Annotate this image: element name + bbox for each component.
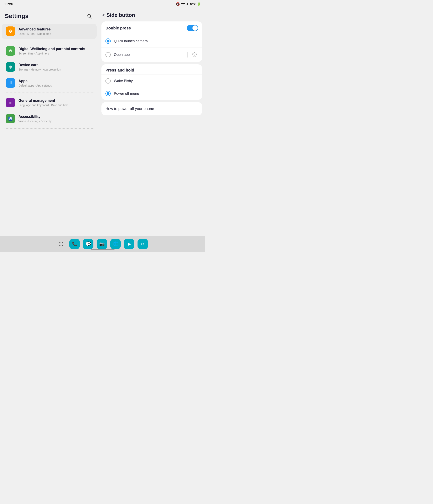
nav-youtube-app[interactable]: ▶ [124, 239, 134, 249]
accessibility-icon: ♿ [6, 114, 15, 123]
svg-point-8 [62, 243, 63, 244]
double-press-toggle[interactable] [187, 25, 198, 31]
general-management-subtitle: Language and keyboard · Date and time [18, 104, 69, 107]
svg-point-10 [61, 245, 61, 246]
svg-point-4 [61, 242, 61, 243]
device-care-icon: ◎ [6, 62, 15, 72]
battery-text: 83% [190, 2, 196, 6]
nav-grid-button[interactable] [57, 240, 64, 248]
side-button-panel: < Side button Double press Quick launch … [98, 8, 205, 236]
svg-point-7 [61, 243, 61, 244]
toggle-knob [193, 26, 198, 31]
open-app-label: Open app [114, 53, 186, 57]
side-button-title: Side button [106, 12, 135, 18]
open-app-gear-button[interactable] [191, 51, 198, 58]
nav-phone-app[interactable]: 📞 [69, 239, 80, 249]
general-management-title: General management [18, 98, 69, 103]
quick-launch-camera-radio[interactable] [105, 38, 111, 44]
radio-inner-2 [107, 92, 110, 95]
press-and-hold-label: Press and hold [105, 68, 134, 72]
settings-header: Settings [0, 8, 98, 23]
svg-point-11 [62, 245, 63, 246]
settings-item-advanced-features[interactable]: ⚙ Advanced features Labs · S Pen · Side … [2, 24, 97, 39]
double-press-label: Double press [105, 26, 187, 30]
accessibility-subtitle: Vision · Hearing · Dexterity [18, 120, 52, 123]
nav-browser-app[interactable]: 🌐 [110, 239, 121, 249]
side-button-header: < Side button [101, 10, 202, 21]
apps-title: Apps [18, 79, 52, 83]
settings-item-digital-wellbeing[interactable]: ♾ Digital Wellbeing and parental control… [2, 43, 97, 58]
power-off-menu-row[interactable]: Power off menu [101, 87, 202, 100]
wake-bixby-radio[interactable] [105, 78, 111, 83]
press-and-hold-section: Press and hold [101, 64, 202, 74]
settings-item-general-management[interactable]: ≡ General management Language and keyboa… [2, 95, 97, 110]
quick-launch-camera-row[interactable]: Quick launch camera [101, 35, 202, 47]
svg-point-9 [59, 245, 60, 246]
settings-item-device-care[interactable]: ◎ Device care Storage · Memory · App pro… [2, 59, 97, 74]
svg-point-3 [59, 242, 60, 243]
main-content: Settings ⚙ Advanced features Labs · S Pe… [0, 8, 205, 236]
settings-item-accessibility[interactable]: ♿ Accessibility Vision · Hearing · Dexte… [2, 111, 97, 126]
back-button[interactable]: < [102, 13, 105, 18]
wake-bixby-row[interactable]: Wake Bixby [101, 74, 202, 87]
wifi-icon [181, 2, 185, 6]
digital-wellbeing-icon: ♾ [6, 46, 15, 56]
digital-wellbeing-title: Digital Wellbeing and parental controls [18, 47, 85, 51]
power-off-menu-label: Power off menu [114, 91, 198, 96]
advanced-features-title: Advanced features [18, 27, 51, 32]
accessibility-title: Accessibility [18, 114, 52, 119]
wake-bixby-label: Wake Bixby [114, 79, 198, 83]
divider-2 [4, 92, 94, 93]
settings-title: Settings [5, 13, 28, 19]
apps-icon: ⠿ [6, 78, 15, 88]
status-bar: 11:50 🔇 ✈ 83% 🔋 [0, 0, 205, 8]
divider-1 [4, 41, 94, 41]
double-press-card: Double press Quick launch camera Open ap… [101, 21, 202, 62]
mute-icon: 🔇 [176, 2, 180, 6]
svg-point-6 [59, 243, 60, 244]
battery-icon: 🔋 [197, 2, 201, 6]
vertical-divider [187, 52, 188, 57]
search-button[interactable] [85, 12, 93, 20]
apps-subtitle: Default apps · App settings [18, 84, 52, 87]
settings-item-apps[interactable]: ⠿ Apps Default apps · App settings [2, 75, 97, 90]
device-care-title: Device care [18, 63, 61, 67]
status-time: 11:50 [4, 2, 13, 6]
advanced-features-icon: ⚙ [6, 27, 15, 36]
power-off-menu-radio[interactable] [105, 91, 111, 96]
svg-point-2 [194, 54, 195, 55]
device-care-subtitle: Storage · Memory · App protection [18, 68, 61, 71]
home-indicator [91, 249, 115, 250]
press-and-hold-card: Press and hold Wake Bixby Power off menu [101, 64, 202, 100]
open-app-radio[interactable] [105, 52, 111, 57]
general-management-icon: ≡ [6, 98, 15, 107]
advanced-features-subtitle: Labs · S Pen · Side button [18, 32, 51, 36]
nav-email-app[interactable]: ✉ [138, 239, 148, 249]
how-to-power-off-text: How to power off your phone [105, 107, 154, 111]
nav-messages-app[interactable]: 💬 [83, 239, 93, 249]
radio-inner [107, 40, 110, 43]
how-to-power-off-card[interactable]: How to power off your phone [101, 102, 202, 115]
settings-panel: Settings ⚙ Advanced features Labs · S Pe… [0, 8, 98, 236]
quick-launch-camera-label: Quick launch camera [114, 39, 198, 43]
svg-line-1 [90, 17, 92, 18]
status-icons: 🔇 ✈ 83% 🔋 [176, 2, 201, 6]
airplane-icon: ✈ [186, 2, 189, 6]
nav-camera-app[interactable]: 📷 [97, 239, 107, 249]
divider-3 [4, 128, 94, 129]
svg-point-5 [62, 242, 63, 243]
double-press-row: Double press [101, 21, 202, 35]
digital-wellbeing-subtitle: Screen time · App timers [18, 52, 85, 55]
open-app-row[interactable]: Open app [101, 47, 202, 62]
nav-bar: 📞 💬 📷 🌐 ▶ ✉ [0, 236, 205, 252]
